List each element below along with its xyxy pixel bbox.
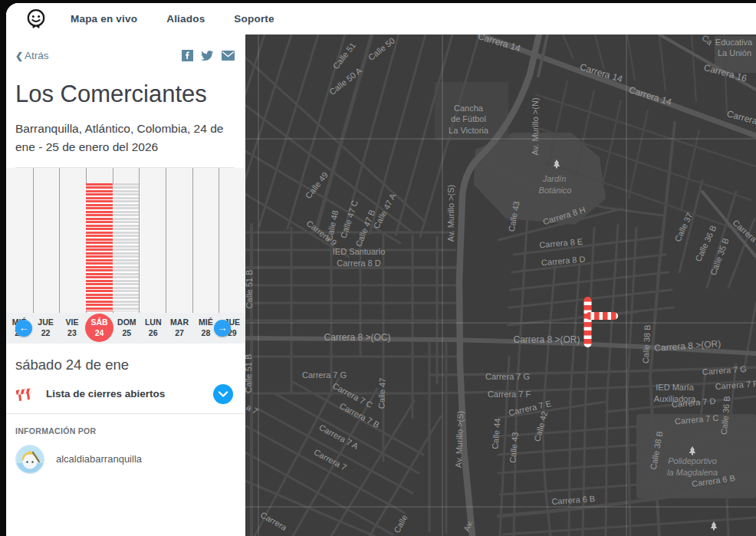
facebook-icon[interactable] — [182, 50, 193, 61]
chart-day-column — [59, 168, 87, 313]
day-cell-dom-25[interactable]: DOM25 — [113, 313, 140, 344]
map-street-label: Auxiliadora — [654, 394, 696, 403]
map-street-label: Jardín — [542, 174, 567, 183]
event-sidebar: ❮ Atrás — [6, 35, 245, 536]
live-map[interactable]: Calle 51Calle 50 ACalle 50Carrera 14Carr… — [245, 35, 756, 536]
map-street-label: Carrera 7 G — [302, 370, 347, 380]
event-subtitle: Barranquilla, Atlántico, Colombia, 24 de… — [15, 120, 235, 156]
map-street-label: la Magdalena — [667, 468, 718, 477]
map-street-label: IED María — [656, 383, 694, 392]
map-street-label: Botánico — [539, 186, 572, 195]
map-street-label: Calle 51 B — [245, 354, 253, 393]
closure-hours-bar-gray — [113, 183, 140, 311]
waze-logo-icon[interactable] — [25, 8, 48, 31]
chart-day-column — [219, 168, 245, 313]
selected-day-heading: sábado 24 de ene — [6, 344, 245, 377]
twitter-icon[interactable] — [201, 51, 214, 61]
chart-day-column — [166, 168, 193, 313]
map-street-label: Cancha — [454, 104, 484, 113]
information-by-heading: INFORMACIÓN POR — [15, 426, 236, 436]
closures-list-label: Lista de cierres abiertos — [46, 388, 213, 400]
app-window: Mapa en vivo Aliados Soporte ❮ Atrás — [6, 3, 756, 536]
nav-link-partners[interactable]: Aliados — [166, 13, 205, 25]
map-street-label: Carrera 7 G — [485, 372, 530, 381]
map-street-label: Av. Murillo >(S) — [446, 185, 455, 242]
calendar-chart-strip — [6, 168, 245, 313]
page-title: Los Comerciantes — [15, 78, 235, 110]
chevron-left-icon: ❮ — [15, 51, 23, 61]
map-street-label: La Victoria — [449, 126, 489, 135]
map-street-label: Av. Murillo >(N) — [531, 97, 540, 155]
map-street-label: de Fútbol — [451, 114, 486, 123]
email-icon[interactable] — [222, 51, 235, 61]
next-day-button[interactable]: → — [214, 320, 231, 337]
day-cell-jue-22[interactable]: JUE22 — [32, 313, 58, 344]
chart-day-column — [33, 168, 61, 313]
map-street-label: IED Santuario — [333, 247, 385, 256]
day-cell-vie-23[interactable]: VIE23 — [59, 313, 85, 344]
publisher-row[interactable]: alcaldiabarranquilla — [15, 445, 236, 474]
chart-day-column — [6, 168, 34, 313]
day-selector-row: ← MIÉ21JUE22VIE23SÁB24DOM25LUN26MAR27MIÉ… — [6, 313, 245, 344]
chart-day-column — [139, 168, 166, 313]
road-closure-icon — [15, 386, 34, 402]
map-street-label: Carrera 7 F — [488, 390, 531, 399]
chart-day-column — [192, 168, 220, 313]
map-street-label: La Unión — [718, 48, 751, 58]
closures-list-row[interactable]: Lista de cierres abiertos — [6, 377, 245, 413]
publisher-avatar — [15, 445, 44, 474]
day-cell-lun-26[interactable]: LUN26 — [140, 313, 166, 344]
closure-hours-bar-red — [86, 183, 113, 311]
back-link[interactable]: ❮ Atrás — [15, 50, 49, 61]
top-navbar: Mapa en vivo Aliados Soporte — [6, 3, 756, 35]
map-street-label: Polideportivo — [668, 456, 717, 465]
map-street-label: Calle 47 — [376, 377, 386, 409]
map-street-label: Carrera 8 >(OC) — [324, 332, 390, 343]
map-street-label: Carrera 8 D — [337, 258, 381, 268]
prev-day-button[interactable]: ← — [15, 320, 32, 337]
expand-closures-button[interactable] — [213, 384, 233, 404]
day-cell-sáb-24[interactable]: SÁB24 — [85, 313, 113, 344]
map-street-label: Carrera 8 >(OR) — [513, 334, 580, 345]
back-label: Atrás — [25, 50, 49, 61]
publisher-name: alcaldiabarranquilla — [56, 453, 142, 465]
day-cell-mar-27[interactable]: MAR27 — [166, 313, 192, 344]
nav-link-support[interactable]: Soporte — [234, 13, 274, 25]
nav-link-live-map[interactable]: Mapa en vivo — [71, 13, 137, 25]
chevron-down-icon — [219, 391, 228, 397]
map-street-label: Educativa — [715, 38, 753, 47]
map-street-label: Calle 51 B — [245, 270, 254, 309]
